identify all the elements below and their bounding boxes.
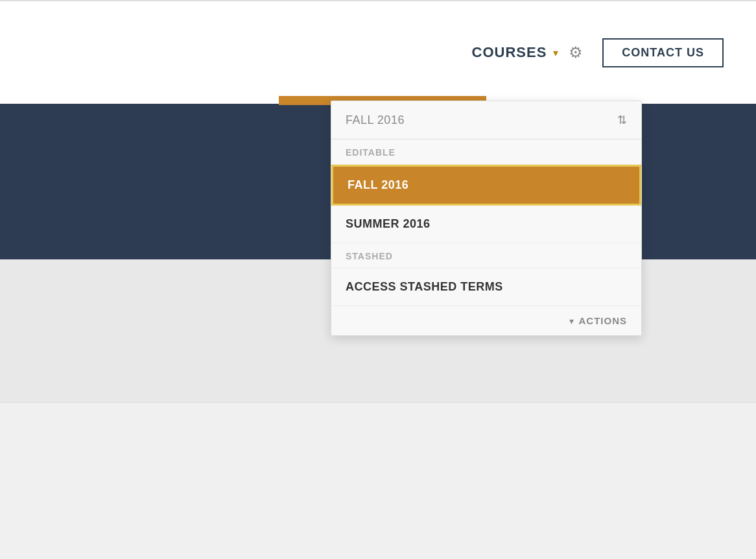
dropdown-actions-row[interactable]: ▾ ACTIONS (331, 306, 641, 335)
nav-dropdown-arrow-icon[interactable]: ▾ (553, 47, 558, 59)
contact-us-button[interactable]: CONTACT US (602, 38, 724, 67)
nav-courses-label[interactable]: COURSES (472, 44, 547, 61)
bottom-section (0, 402, 756, 403)
actions-arrow-icon: ▾ (569, 316, 574, 326)
actions-text[interactable]: ACTIONS (579, 315, 628, 326)
nav-courses-group: COURSES ▾ ⚙ (472, 43, 584, 62)
dropdown-header[interactable]: FALL 2016 ⇅ (331, 101, 641, 139)
summer-2016-item[interactable]: SUMMER 2016 (331, 206, 641, 243)
access-stashed-terms-button[interactable]: ACCESS STASHED TERMS (331, 268, 641, 306)
dropdown-header-text: FALL 2016 (346, 113, 405, 127)
fall-2016-item[interactable]: FALL 2016 (331, 165, 641, 206)
nav-bar: COURSES ▾ ⚙ CONTACT US (0, 0, 756, 104)
gear-icon[interactable]: ⚙ (569, 43, 583, 62)
editable-section-label: EDITABLE (331, 139, 641, 165)
sort-icon[interactable]: ⇅ (617, 113, 627, 127)
page-wrapper: COURSES ▾ ⚙ CONTACT US FALL 2016 ⇅ EDITA… (0, 0, 756, 559)
stashed-section-label: STASHED (331, 243, 641, 268)
dropdown-menu: FALL 2016 ⇅ EDITABLE FALL 2016 SUMMER 20… (331, 101, 642, 336)
